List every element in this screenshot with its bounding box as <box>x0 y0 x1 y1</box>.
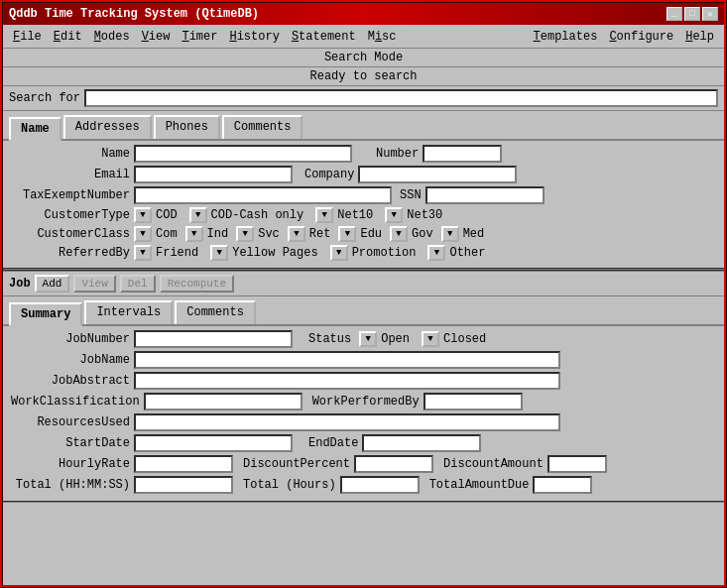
workclassification-label: WorkClassification <box>11 395 140 409</box>
add-button[interactable]: Add <box>35 275 70 293</box>
menu-templates[interactable]: Templates <box>528 28 604 46</box>
ssn-label: SSN <box>400 188 422 202</box>
med-dropdown: ▼ Med <box>441 226 485 242</box>
menu-help[interactable]: Help <box>679 28 720 46</box>
discountpercent-label: DiscountPercent <box>243 457 350 471</box>
ret-dropdown: ▼ Ret <box>288 226 331 242</box>
hourlyrate-field[interactable] <box>134 455 233 473</box>
minimize-button[interactable]: _ <box>666 7 682 21</box>
gov-dropdown: ▼ Gov <box>390 226 433 242</box>
tab-intervals[interactable]: Intervals <box>84 300 173 324</box>
menu-file[interactable]: File <box>7 28 48 46</box>
jobabstract-field[interactable] <box>134 372 560 390</box>
total-hms-field[interactable] <box>134 476 233 494</box>
number-field[interactable] <box>423 145 502 163</box>
closed-arrow[interactable]: ▼ <box>422 331 439 347</box>
taxexempt-field[interactable] <box>134 186 392 204</box>
net30-arrow[interactable]: ▼ <box>385 207 403 223</box>
gov-arrow[interactable]: ▼ <box>390 226 408 242</box>
promotion-arrow[interactable]: ▼ <box>330 245 348 261</box>
status-label: Status <box>308 332 351 346</box>
menu-history[interactable]: History <box>223 28 285 46</box>
menu-edit[interactable]: Edit <box>48 28 88 46</box>
menu-misc[interactable]: Misc <box>362 28 403 46</box>
customertype-label: CustomerType <box>11 208 130 222</box>
edu-dropdown: ▼ Edu <box>338 226 382 242</box>
maximize-button[interactable]: □ <box>684 7 700 21</box>
menu-configure[interactable]: Configure <box>603 28 679 46</box>
window-title: Qddb Time Tracking System (QtimeDB) <box>9 7 259 21</box>
jobnumber-field[interactable] <box>134 330 293 348</box>
ret-label: Ret <box>309 227 331 241</box>
resourcesused-field[interactable] <box>134 413 560 431</box>
jobname-field[interactable] <box>134 351 560 369</box>
workperformedby-label: WorkPerformedBy <box>312 395 420 409</box>
med-arrow[interactable]: ▼ <box>441 226 459 242</box>
com-dropdown: ▼ Com <box>134 226 178 242</box>
enddate-label: EndDate <box>308 436 358 450</box>
workclassification-field[interactable] <box>144 393 303 411</box>
com-arrow[interactable]: ▼ <box>134 226 152 242</box>
jobnumber-label: JobNumber <box>11 332 130 346</box>
tab-summary[interactable]: Summary <box>9 302 82 326</box>
search-row: Search for <box>3 86 724 111</box>
tab-job-comments[interactable]: Comments <box>175 300 256 324</box>
other-arrow[interactable]: ▼ <box>427 245 445 261</box>
tab-phones[interactable]: Phones <box>154 115 220 139</box>
jobname-label: JobName <box>11 353 130 367</box>
net10-arrow[interactable]: ▼ <box>315 207 333 223</box>
net30-label: Net30 <box>407 208 442 222</box>
mode-bar: Search Mode <box>3 49 724 67</box>
menu-statement[interactable]: Statement <box>286 28 362 46</box>
search-input[interactable] <box>84 89 718 107</box>
email-field[interactable] <box>134 166 293 183</box>
promotion-label: Promotion <box>352 246 417 260</box>
discountamount-field[interactable] <box>547 455 607 473</box>
enddate-field[interactable] <box>362 434 481 452</box>
menu-timer[interactable]: Timer <box>176 28 223 46</box>
open-dropdown: ▼ Open <box>359 331 410 347</box>
discountamount-label: DiscountAmount <box>443 457 544 471</box>
net10-label: Net10 <box>337 208 373 222</box>
view-button[interactable]: View <box>73 275 115 293</box>
close-button[interactable]: ✕ <box>702 7 718 21</box>
status-label: Ready to search <box>309 69 417 83</box>
window-controls: _ □ ✕ <box>666 7 718 21</box>
tab-comments[interactable]: Comments <box>222 115 303 139</box>
discountpercent-field[interactable] <box>354 455 433 473</box>
friend-arrow[interactable]: ▼ <box>134 245 152 261</box>
customertype-row: CustomerType ▼ COD ▼ COD-Cash only ▼ Net… <box>11 207 716 223</box>
customerclass-label: CustomerClass <box>11 227 130 241</box>
recompute-button[interactable]: Recompute <box>160 275 234 293</box>
menu-view[interactable]: View <box>136 28 177 46</box>
svc-arrow[interactable]: ▼ <box>236 226 254 242</box>
ind-dropdown: ▼ Ind <box>185 226 229 242</box>
tab-addresses[interactable]: Addresses <box>63 115 152 139</box>
jobabstract-row: JobAbstract <box>11 372 716 390</box>
email-company-row: Email Company <box>11 166 716 183</box>
ret-arrow[interactable]: ▼ <box>288 226 305 242</box>
ind-arrow[interactable]: ▼ <box>185 226 203 242</box>
yellowpages-arrow[interactable]: ▼ <box>210 245 228 261</box>
taxexempt-label: TaxExemptNumber <box>11 188 130 202</box>
menu-modes[interactable]: Modes <box>88 28 136 46</box>
workperformedby-field[interactable] <box>424 393 523 411</box>
startdate-field[interactable] <box>134 434 293 452</box>
jobname-row: JobName <box>11 351 716 369</box>
com-label: Com <box>156 227 178 241</box>
total-hours-field[interactable] <box>340 476 420 494</box>
codcash-arrow[interactable]: ▼ <box>189 207 207 223</box>
name-field[interactable] <box>134 145 352 163</box>
totalamountdue-field[interactable] <box>533 476 592 494</box>
tab-name[interactable]: Name <box>9 117 61 141</box>
open-arrow[interactable]: ▼ <box>359 331 377 347</box>
jobnumber-row: JobNumber Status ▼ Open ▼ Closed <box>11 330 716 348</box>
company-field[interactable] <box>358 166 517 183</box>
med-label: Med <box>463 227 485 241</box>
ssn-field[interactable] <box>425 186 545 204</box>
cod-arrow[interactable]: ▼ <box>134 207 152 223</box>
company-label: Company <box>304 168 354 181</box>
del-button[interactable]: Del <box>120 275 156 293</box>
yellowpages-dropdown: ▼ Yellow Pages <box>210 245 317 261</box>
edu-arrow[interactable]: ▼ <box>338 226 356 242</box>
